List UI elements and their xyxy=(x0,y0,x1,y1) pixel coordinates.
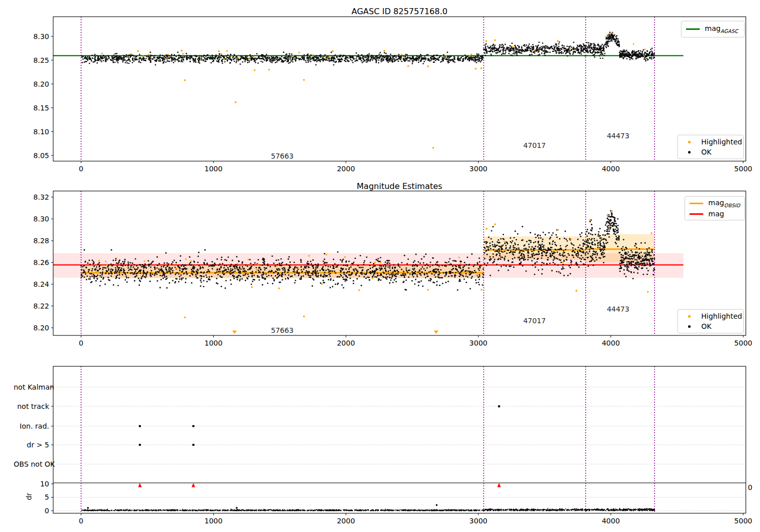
highlighted-outlier-point xyxy=(332,50,334,52)
ok-point xyxy=(502,50,504,51)
ok-point xyxy=(613,233,615,235)
ok-point xyxy=(564,231,566,232)
ok-point xyxy=(535,45,537,47)
ok-point xyxy=(460,264,461,266)
ok-point xyxy=(426,510,427,511)
ok-point xyxy=(535,267,536,268)
ok-point xyxy=(166,276,167,277)
ok-point xyxy=(252,271,253,273)
ok-point xyxy=(163,266,164,268)
highlighted-outlier-point xyxy=(218,51,220,53)
ok-point xyxy=(606,45,608,46)
ok-point xyxy=(232,509,233,510)
ok-point xyxy=(558,50,560,52)
ok-point xyxy=(375,259,377,260)
ok-point xyxy=(230,271,232,272)
ok-point xyxy=(578,247,579,248)
ok-point xyxy=(219,510,220,511)
ok-point xyxy=(377,55,379,57)
ok-point xyxy=(530,46,532,47)
ok-point xyxy=(589,509,590,510)
ok-point xyxy=(163,273,165,275)
ok-point xyxy=(328,510,329,511)
ok-point xyxy=(496,264,498,265)
ok-point xyxy=(178,54,180,56)
ok-point xyxy=(320,54,322,56)
ok-point xyxy=(225,280,227,281)
ok-point xyxy=(605,240,607,241)
plot-canvas xyxy=(0,0,760,532)
ok-point xyxy=(89,57,90,58)
ok-point xyxy=(346,260,347,262)
ok-point xyxy=(586,50,588,51)
ok-point xyxy=(231,272,233,274)
ok-point xyxy=(485,241,487,243)
ok-point xyxy=(583,251,584,252)
y-tick-label: 8.20 xyxy=(14,324,49,332)
ok-point xyxy=(540,235,541,236)
ok-point xyxy=(171,510,172,511)
ok-point xyxy=(571,264,572,265)
ok-point xyxy=(279,262,280,264)
ok-point xyxy=(247,269,249,271)
ok-point xyxy=(414,265,415,267)
ok-point xyxy=(95,280,97,282)
ok-point xyxy=(220,276,222,278)
ok-point xyxy=(436,58,437,60)
ok-point xyxy=(124,259,126,260)
ok-point xyxy=(579,234,581,235)
ok-point xyxy=(564,238,565,239)
ok-point xyxy=(172,270,174,272)
ok-point xyxy=(638,255,639,257)
ok-point xyxy=(305,272,306,273)
ok-point xyxy=(216,510,217,511)
ok-point xyxy=(374,270,375,272)
ok-point xyxy=(589,251,590,252)
ok-point xyxy=(399,510,400,511)
y-tick-label: 8.32 xyxy=(14,193,49,201)
ok-point xyxy=(473,265,474,267)
ok-point xyxy=(594,240,595,242)
ok-point xyxy=(324,258,325,260)
ok-point xyxy=(205,509,206,510)
ok-point xyxy=(113,284,115,286)
ok-point xyxy=(633,510,634,511)
ok-point xyxy=(586,247,587,248)
ok-point xyxy=(395,57,397,58)
ok-point xyxy=(339,510,340,511)
ok-point xyxy=(457,59,459,60)
ok-point xyxy=(654,254,655,256)
ok-point xyxy=(153,58,154,60)
ok-point xyxy=(590,51,591,53)
ok-point xyxy=(547,508,548,509)
ok-point xyxy=(540,237,542,239)
ok-point xyxy=(581,46,583,48)
ok-point xyxy=(292,271,294,273)
ok-point xyxy=(580,251,582,252)
ok-point xyxy=(209,279,210,280)
ok-point xyxy=(520,261,522,263)
ok-point xyxy=(348,61,350,62)
ok-point xyxy=(212,268,213,270)
ok-point xyxy=(404,289,406,290)
ok-point xyxy=(365,56,367,57)
ok-point xyxy=(484,241,485,243)
ok-point xyxy=(497,241,498,243)
highlighted-point xyxy=(564,259,565,260)
ok-point xyxy=(582,239,584,241)
ok-point xyxy=(457,289,459,291)
highlighted-point xyxy=(98,260,100,261)
ok-point xyxy=(390,54,392,55)
ok-point xyxy=(368,56,370,57)
ok-point xyxy=(509,49,510,51)
ok-point xyxy=(629,263,631,264)
ok-point xyxy=(615,234,616,235)
ok-point xyxy=(633,272,635,273)
ok-point xyxy=(471,509,472,510)
ok-point xyxy=(428,280,430,281)
ok-point xyxy=(386,55,387,57)
ok-point xyxy=(436,509,437,510)
ok-point xyxy=(222,272,223,274)
ok-point xyxy=(599,242,601,244)
ok-point xyxy=(551,46,552,48)
